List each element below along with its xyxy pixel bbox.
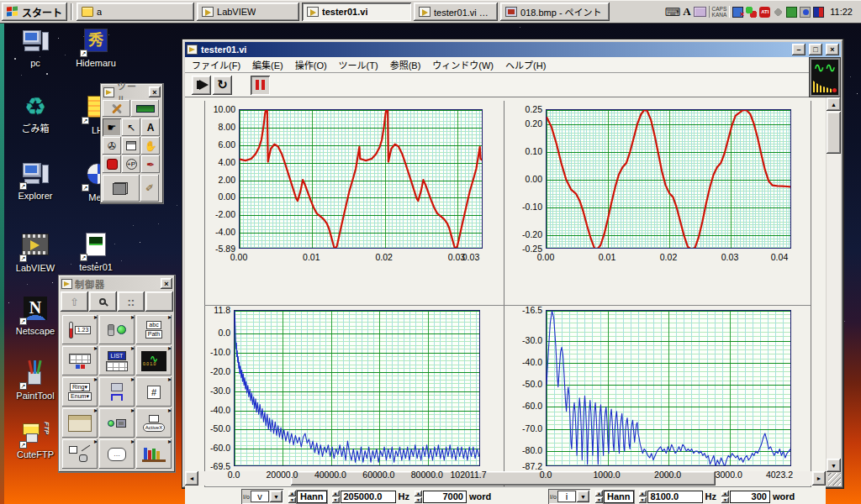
desktop-icon-labview[interactable]: ↗LabVIEW [7,232,64,273]
agent-tray-icon[interactable] [746,7,757,18]
scroll-left-button[interactable]: ◄ [185,471,198,486]
auto-tool-button[interactable] [103,100,130,117]
operate-value-tool-button[interactable] [131,100,159,117]
brush-tool-button[interactable]: ✐ [140,175,159,202]
scroll-tool-button[interactable]: ✋ [141,137,160,155]
close-icon[interactable]: × [161,278,172,289]
continuous-run-button[interactable]: ↻ [213,76,232,95]
desktop-icon-xxx[interactable]: ♻ごみ箱 [7,94,64,134]
vi-window-titlebar[interactable]: tester01.vi – □ × [185,42,841,57]
wire-tool-button[interactable]: ✇ [103,137,121,155]
channel-value-left[interactable]: v [251,491,269,502]
close-icon[interactable]: × [149,87,161,97]
palette-io[interactable] [99,377,135,407]
desktop-icon-explorer[interactable]: ↗Explorer [7,161,64,201]
desktop-icon-netscape[interactable]: N↗Netscape [7,296,64,336]
display-tray-icon[interactable]: × [732,7,743,18]
taskbar-button-1[interactable]: a [77,3,194,21]
sample-rate-right[interactable]: 8100.0 [647,491,703,503]
palette-user-controls[interactable]: … [99,439,135,469]
channel-selector-left[interactable]: I/o v ▼ [241,489,283,504]
word-count-right[interactable]: 300 [730,491,770,503]
palette-options-button[interactable]: :: [118,291,145,312]
taskbar-clock[interactable]: 11:22 [827,7,856,17]
dropdown-button[interactable]: ▼ [270,491,283,502]
palette-graph[interactable]: ∿0.0 1.0 [136,346,172,375]
desktop-icon-hidemaru[interactable]: 秀↗Hidemaru [67,29,124,68]
palette-refnum[interactable]: # [136,377,172,407]
color-copy-tool-button[interactable]: ✒ [141,155,160,173]
menu-item-6[interactable]: ウィンドウ(W) [432,58,494,71]
tools-palette-titlebar[interactable]: ツール × [103,86,161,98]
channel-selector-right[interactable]: I/o i ▼ [548,489,590,504]
vi-icon[interactable]: ∿∿ [810,58,840,97]
desktop-icon-painttool[interactable]: ↗PaintTool [7,361,64,401]
count-spinner-left[interactable]: ▲▼ [415,491,422,503]
menu-item-1[interactable]: ファイル(F) [192,58,240,71]
keyboard-icon[interactable]: ⌨ [664,6,680,18]
palette-decorations[interactable] [62,439,98,469]
scroll-down-button[interactable]: ▼ [827,459,841,472]
menu-item-4[interactable]: ツール(T) [339,58,378,71]
operate-tool-button[interactable]: ☛ [103,118,121,136]
start-button[interactable]: スタート [2,3,67,21]
sample-rate-left[interactable]: 205000.0 [341,491,396,503]
menu-item-5[interactable]: 参照(B) [390,58,421,71]
desktop-icon-cuteftp[interactable]: FTP↗CuteFTP [7,420,64,459]
pccard-tray-icon[interactable] [786,7,797,18]
menu-tool-button[interactable] [122,137,140,155]
taskbar-button-3[interactable]: tester01.vi [302,3,411,21]
minimize-icon[interactable]: – [792,44,806,55]
word-count-left[interactable]: 7000 [423,491,467,503]
window-function-left[interactable]: Hann [297,491,327,503]
freq-spinner-left[interactable]: ▲▼ [332,491,340,503]
scroll-right-button[interactable]: ► [812,471,826,486]
channel-value-right[interactable]: i [557,491,576,502]
close-icon[interactable]: × [826,44,839,55]
battery-tray-icon[interactable] [813,7,824,18]
window-function-right[interactable]: Hann [604,491,634,503]
desktop-icon-pc[interactable]: pc [7,29,64,68]
ime-pad-icon[interactable] [694,7,706,17]
network-tray-icon[interactable] [800,7,811,18]
palette-numeric[interactable]: 1.23 [62,315,98,344]
probe-tool-button[interactable]: +P [122,155,140,173]
window-spinner-right[interactable]: ▲▼ [595,491,603,503]
ime-mode-indicator[interactable]: A [683,5,690,18]
run-button[interactable] [192,76,211,95]
vertical-scrollbar[interactable]: ▲ ▼ [827,97,841,472]
palette-containers[interactable] [62,408,98,438]
menu-item-3[interactable]: 操作(O) [295,58,327,71]
resize-grip[interactable] [828,473,841,486]
text-tool-button[interactable]: A [141,118,160,136]
palette-classic[interactable] [99,408,135,438]
scroll-up-button[interactable]: ▲ [827,97,841,111]
menu-item-2[interactable]: 編集(E) [252,58,283,71]
palette-select-control[interactable] [136,439,172,469]
taskbar-button-4[interactable]: tester01.vi ダイアグ... [414,3,498,21]
taskbar-button-5[interactable]: 018.bmp - ペイント [500,3,610,21]
pause-button[interactable] [251,76,270,95]
palette-up-button[interactable]: ⇧ [61,291,88,312]
ati-tray-icon[interactable]: ATI [759,7,770,18]
position-tool-button[interactable]: ↖ [122,118,140,136]
taskbar-button-2[interactable]: LabVIEW [197,3,299,21]
count-spinner-right[interactable]: ▲▼ [721,491,729,503]
controls-palette-titlebar[interactable]: 制御器 × [61,277,173,290]
window-spinner-left[interactable]: ▲▼ [288,491,296,503]
freq-spinner-right[interactable]: ▲▼ [639,491,647,503]
palette-boolean[interactable] [99,315,135,344]
palette-ring-enum[interactable]: Ring▾Enum▾ [62,377,98,407]
vertical-scroll-thumb[interactable] [827,112,841,154]
volume-tray-icon[interactable] [773,7,784,18]
palette-activex[interactable]: ActiveX [136,408,172,438]
desktop-icon-tester01[interactable]: ↗tester01 [67,232,124,272]
maximize-icon[interactable]: □ [809,44,822,55]
palette-string[interactable]: abcPath [136,315,172,344]
menu-item-7[interactable]: ヘルプ(H) [505,58,546,71]
palette-list-table[interactable]: LIST [99,346,135,375]
palette-array[interactable] [62,346,98,375]
breakpoint-tool-button[interactable] [103,155,121,173]
palette-search-button[interactable] [89,291,117,312]
dropdown-button[interactable]: ▼ [577,491,589,502]
